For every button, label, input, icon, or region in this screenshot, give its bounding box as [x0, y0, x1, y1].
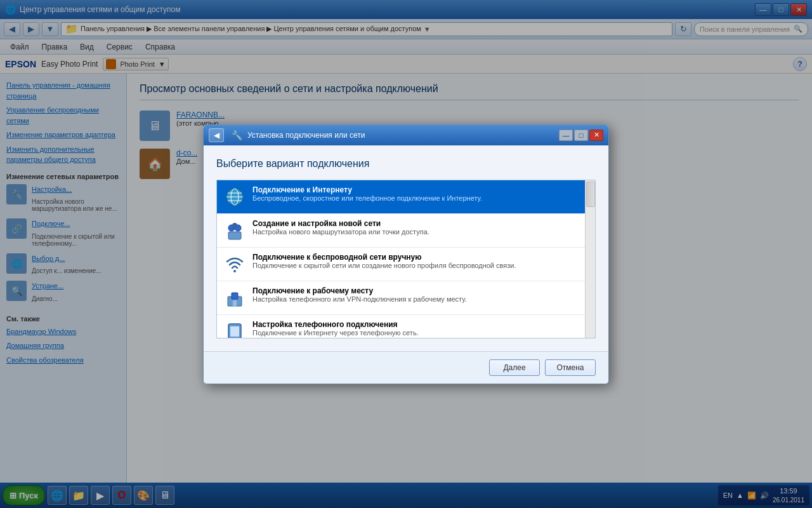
see-also-title: См. также	[6, 315, 120, 323]
new-network-desc: Настройка нового маршрутизатора или точк…	[252, 228, 589, 236]
menu-service[interactable]: Сервис	[102, 41, 138, 53]
workplace-title: Подключение к рабочему месту	[252, 286, 589, 295]
modal-controls: — □ ✕	[559, 130, 603, 141]
sidebar-nav-section: Панель управления - домашняя страница Уп…	[6, 80, 120, 165]
home-name[interactable]: d-co...	[176, 149, 197, 157]
connection-item-workplace[interactable]: Подключение к рабочему месту Настройка т…	[217, 281, 595, 315]
search-box[interactable]: Поиск в панели управления 🔍	[694, 22, 808, 36]
change-link-title-2[interactable]: Подключе...	[32, 218, 120, 229]
sidebar-link-adapter[interactable]: Изменение параметров адаптера	[6, 130, 120, 140]
change-icon-1: 🔧	[6, 184, 27, 204]
change-link-desc-4: Диагно...	[32, 295, 63, 302]
menu-edit[interactable]: Правка	[37, 41, 73, 53]
photo-print-icon	[106, 59, 116, 69]
change-icon-4: 🔍	[6, 281, 27, 301]
modal-close-button[interactable]: ✕	[589, 130, 603, 141]
taskbar-paint-button[interactable]: 🎨	[134, 486, 153, 505]
tray-lang: EN	[723, 491, 733, 499]
svg-rect-5	[228, 232, 241, 239]
forward-button[interactable]: ▶	[23, 22, 39, 36]
modal-maximize-button[interactable]: □	[574, 130, 588, 141]
address-path[interactable]: 📁 Панель управления ▶ Все элементы панел…	[61, 22, 672, 36]
change-link-desc-2: Подключение к скрытой или телефонному...	[32, 233, 120, 247]
scrollbar-thumb[interactable]	[586, 182, 595, 207]
epson-dropdown[interactable]: Photo Print ▼	[103, 58, 168, 70]
taskbar-explorer-button[interactable]: 📁	[69, 486, 88, 505]
connection-item-new-network[interactable]: Создание и настройка новой сети Настройк…	[217, 214, 595, 248]
see-also-homegroup[interactable]: Домашняя группа	[6, 340, 120, 351]
refresh-button[interactable]: ↻	[675, 22, 691, 36]
change-link-title-1[interactable]: Настройка...	[32, 184, 120, 195]
modal-icon: 🔧	[232, 130, 242, 140]
taskbar-ie-button[interactable]: 🌐	[48, 486, 67, 505]
address-bar: ◀ ▶ ▼ 📁 Панель управления ▶ Все элементы…	[0, 19, 812, 39]
see-also-firewall[interactable]: Брандмауэр Windows	[6, 326, 120, 337]
minimize-button[interactable]: —	[755, 3, 771, 16]
tray-network-icon: 📶	[747, 491, 756, 500]
change-link-title-3[interactable]: Выбор д...	[32, 253, 102, 264]
epson-product: Easy Photo Print	[41, 60, 98, 69]
modal-minimize-button[interactable]: —	[559, 130, 573, 141]
connection-list[interactable]: Подключение к Интернету Беспроводное, ск…	[216, 180, 596, 338]
tray-time: 13:59	[780, 486, 797, 495]
menu-file[interactable]: Файл	[5, 41, 34, 53]
internet-icon	[223, 185, 246, 208]
taskbar-opera-button[interactable]: O	[112, 486, 131, 505]
help-button[interactable]: ?	[793, 57, 807, 71]
phone-desc: Подключение к Интернету через телефонную…	[252, 329, 589, 337]
sidebar-link-home[interactable]: Панель управления - домашняя страница	[6, 80, 120, 101]
page-title: Просмотр основных сведений о сети и наст…	[140, 83, 799, 100]
computer-name[interactable]: FARAONNB...	[176, 110, 225, 119]
connection-item-internet[interactable]: Подключение к Интернету Беспроводное, ск…	[217, 180, 595, 214]
system-tray: EN ▲ 📶 🔊 13:59 26.01.2011	[718, 485, 809, 505]
change-link-title-4[interactable]: Устране...	[32, 281, 63, 291]
change-icon-3: 🌐	[6, 253, 27, 274]
taskbar-network-button[interactable]: 🖥	[155, 486, 174, 505]
start-button[interactable]: ⊞ Пуск	[3, 485, 45, 505]
workplace-desc: Настройка телефонного или VPN-подключени…	[252, 295, 589, 303]
new-network-icon	[223, 219, 246, 242]
change-link-4: 🔍 Устране... Диагно...	[6, 281, 120, 302]
tray-arrow: ▲	[737, 491, 743, 499]
change-link-3: 🌐 Выбор д... Доступ к... изменение...	[6, 253, 120, 275]
wireless-desc: Подключение к скрытой сети или создание …	[252, 262, 589, 269]
phone-icon	[223, 320, 246, 338]
see-also-browser[interactable]: Свойства обозревателя	[6, 355, 120, 366]
change-link-2: 🔗 Подключе... Подключение к скрытой или …	[6, 218, 120, 247]
menu-help[interactable]: Справка	[140, 41, 180, 53]
next-button[interactable]: Далее	[489, 359, 540, 376]
cancel-button[interactable]: Отмена	[545, 359, 596, 376]
sidebar-link-wireless[interactable]: Управление беспроводными сетями	[6, 105, 120, 126]
sidebar-link-sharing[interactable]: Изменить дополнительные параметры общего…	[6, 144, 120, 165]
title-bar: 🌐 Центр управления сетями и общим доступ…	[0, 0, 812, 19]
connection-item-wireless[interactable]: Подключение к беспроводной сети вручную …	[217, 248, 595, 281]
maximize-button[interactable]: □	[773, 3, 789, 16]
modal-back-button[interactable]: ◀	[209, 128, 224, 142]
menu-view[interactable]: Вид	[75, 41, 99, 53]
connection-item-phone[interactable]: Настройка телефонного подключения Подклю…	[217, 315, 595, 338]
tray-date: 26.01.2011	[773, 496, 804, 504]
svg-rect-11	[232, 293, 238, 299]
modal-nav: ◀	[209, 128, 224, 142]
modal-subtitle: Выберите вариант подключения	[216, 158, 596, 170]
wireless-title: Подключение к беспроводной сети вручную	[252, 253, 589, 262]
scrollbar-track[interactable]	[585, 180, 595, 338]
modal-back-icon: ◀	[214, 131, 219, 140]
see-also-section: См. также Брандмауэр Windows Домашняя гр…	[6, 315, 120, 366]
title-bar-left: 🌐 Центр управления сетями и общим доступ…	[5, 4, 181, 15]
close-button[interactable]: ✕	[790, 3, 807, 16]
address-text: Панель управления ▶ Все элементы панели …	[81, 25, 421, 33]
title-bar-controls: — □ ✕	[755, 3, 807, 16]
taskbar-media-button[interactable]: ▶	[91, 486, 110, 505]
back-button[interactable]: ◀	[4, 22, 20, 36]
modal-title: Установка подключения или сети	[247, 131, 554, 140]
search-icon: 🔍	[794, 25, 802, 33]
menu-bar: Файл Правка Вид Сервис Справка	[0, 39, 812, 55]
sidebar: Панель управления - домашняя страница Уп…	[0, 74, 127, 483]
modal-footer: Далее Отмена	[204, 351, 608, 384]
change-link-desc-3: Доступ к... изменение...	[32, 267, 102, 274]
tray-speaker-icon: 🔊	[760, 491, 769, 500]
recent-pages-button[interactable]: ▼	[42, 22, 58, 36]
taskbar: ⊞ Пуск 🌐 📁 ▶ O 🎨 🖥 EN ▲ 📶 🔊 13:59 26.01.…	[0, 483, 812, 508]
new-network-title: Создание и настройка новой сети	[252, 219, 589, 228]
